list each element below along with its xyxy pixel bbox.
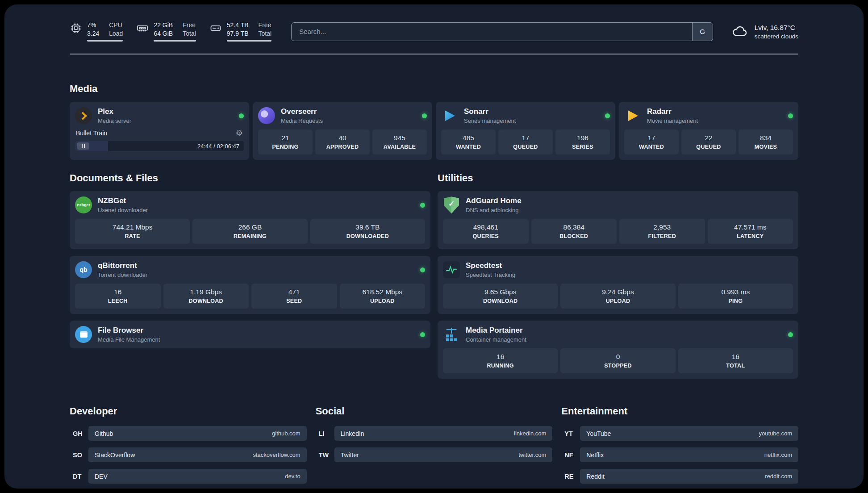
- stat-value: 0.993 ms: [721, 288, 750, 296]
- stat-value: 618.52 Mbps: [362, 288, 402, 296]
- stat-label: SEED: [286, 298, 302, 304]
- stat-label: PENDING: [272, 144, 298, 150]
- app-card-plex[interactable]: Plex Media server Bullet Train ⚙: [70, 102, 249, 160]
- weather-widget[interactable]: Lviv, 16.87°C scattered clouds: [731, 24, 798, 40]
- sonarr-icon: [441, 107, 458, 124]
- bookmark-row: RE Reddit reddit.com: [561, 469, 798, 484]
- bookmark-link-reddit[interactable]: Reddit reddit.com: [580, 469, 798, 484]
- bookmark-abbr: NF: [561, 451, 580, 459]
- app-card-adguard[interactable]: AdGuard Home DNS and adblocking 498,461 …: [438, 191, 798, 249]
- stat-value: 2,953: [653, 223, 671, 231]
- app-card-sonarr[interactable]: Sonarr Series management 485 WANTED 17 Q…: [436, 102, 615, 160]
- radarr-icon: [624, 107, 641, 124]
- ram-total-value: 64 GiB: [154, 30, 173, 37]
- stat-tile: 196 SERIES: [555, 130, 610, 155]
- app-desc: Media Requests: [281, 117, 323, 124]
- stat-label: DOWNLOAD: [189, 298, 223, 304]
- search-engine-button[interactable]: G: [692, 23, 713, 41]
- app-desc: Container management: [466, 336, 526, 343]
- app-name: File Browser: [98, 326, 160, 335]
- status-dot: [420, 203, 425, 208]
- bookmark-link-stackoverflow[interactable]: StackOverflow stackoverflow.com: [88, 447, 307, 462]
- bookmark-row: YT YouTube youtube.com: [561, 426, 798, 441]
- stat-label: FILTERED: [648, 233, 676, 239]
- disk-usage-bar: [227, 40, 271, 42]
- stat-tile: 16 LEECH: [75, 284, 161, 309]
- stat-tile: 618.52 Mbps UPLOAD: [340, 284, 426, 309]
- app-card-portainer[interactable]: Media Portainer Container management 16 …: [438, 321, 798, 379]
- bookmark-link-twitter[interactable]: Twitter twitter.com: [334, 447, 553, 462]
- app-name: Speedtest: [466, 261, 515, 270]
- weather-location: Lviv, 16.87°C: [755, 24, 798, 32]
- bookmark-link-youtube[interactable]: YouTube youtube.com: [580, 426, 798, 441]
- cpu-icon: [70, 22, 82, 36]
- stat-value: 86,384: [563, 223, 584, 231]
- app-desc: Speedtest Tracking: [466, 272, 515, 278]
- app-card-radarr[interactable]: Radarr Movie management 17 WANTED 22 QUE…: [619, 102, 798, 160]
- now-playing-title: Bullet Train: [76, 130, 107, 137]
- status-dot: [420, 267, 425, 272]
- stat-tile: 16 RUNNING: [443, 348, 558, 373]
- bookmark-abbr: SO: [70, 451, 88, 459]
- stat-value: 21: [281, 134, 289, 142]
- pause-button[interactable]: [77, 142, 89, 150]
- app-card-qbittorrent[interactable]: qb qBittorrent Torrent downloader 16 LEE…: [70, 256, 430, 314]
- gear-icon[interactable]: ⚙: [236, 129, 243, 137]
- stat-label: WANTED: [639, 144, 664, 150]
- stat-tile: 0.993 ms PING: [678, 284, 793, 309]
- cpu-load-value: 3.24: [87, 30, 99, 37]
- stat-tile: 498,461 QUERIES: [443, 219, 529, 244]
- stat-label: WANTED: [456, 144, 481, 150]
- ram-total-label: Total: [183, 30, 196, 37]
- stat-tile: 17 QUEUED: [498, 130, 553, 155]
- bookmark-link-github[interactable]: Github github.com: [88, 426, 307, 441]
- stat-value: 16: [114, 288, 121, 296]
- stat-value: 945: [394, 134, 405, 142]
- bookmark-row: DT DEV dev.to: [70, 469, 307, 484]
- section-title-media: Media: [70, 83, 798, 95]
- disk-icon: [209, 22, 222, 36]
- search-input[interactable]: [292, 23, 692, 41]
- cloud-icon: [731, 24, 749, 40]
- playback-time: 24:44 / 02:06:47: [197, 143, 244, 150]
- portainer-icon: [443, 326, 460, 343]
- stat-value: 0: [616, 353, 620, 361]
- stat-tile: 485 WANTED: [441, 130, 496, 155]
- stat-label: UPLOAD: [370, 298, 395, 304]
- stat-value: 471: [288, 288, 300, 296]
- app-card-overseerr[interactable]: Overseerr Media Requests 21 PENDING 40 A…: [253, 102, 432, 160]
- stat-value: 22: [705, 134, 712, 142]
- bookmark-abbr: RE: [561, 473, 580, 480]
- overseerr-icon: [258, 107, 275, 124]
- stat-label: LEECH: [108, 298, 128, 304]
- bookmark-link-dev[interactable]: DEV dev.to: [88, 469, 307, 484]
- dashboard-panel: 7% 3.24 CPU Load: [4, 4, 864, 489]
- app-card-speedtest[interactable]: Speedtest Speedtest Tracking 9.65 Gbps D…: [438, 256, 798, 314]
- cpu-label: CPU: [109, 21, 123, 29]
- bookmark-abbr: TW: [316, 451, 334, 459]
- cpu-usage-value: 7%: [87, 21, 99, 29]
- stat-value: 9.65 Gbps: [484, 288, 517, 296]
- stat-label: MOVIES: [755, 144, 777, 150]
- stat-tile: 834 MOVIES: [739, 130, 793, 155]
- playback-progress-bar[interactable]: 24:44 / 02:06:47: [75, 141, 244, 151]
- stat-tile: 86,384 BLOCKED: [531, 219, 617, 244]
- app-desc: Usenet downloader: [98, 207, 148, 213]
- bookmark-row: NF Netflix netflix.com: [561, 447, 798, 462]
- bookmark-link-linkedin[interactable]: LinkedIn linkedin.com: [334, 426, 553, 441]
- stat-label: STOPPED: [604, 363, 632, 369]
- plex-icon: [75, 107, 92, 124]
- section-title-documents: Documents & Files: [70, 172, 430, 184]
- app-desc: Movie management: [647, 117, 698, 124]
- app-desc: Torrent downloader: [98, 272, 147, 278]
- app-card-filebrowser[interactable]: File Browser Media File Management: [70, 321, 430, 348]
- disk-monitor: 52.4 TB 97.9 TB Free Total: [209, 21, 271, 42]
- stat-label: RUNNING: [487, 363, 513, 369]
- cpu-usage-bar: [87, 40, 123, 42]
- bookmark-abbr: DT: [70, 473, 88, 480]
- status-dot: [420, 332, 425, 337]
- stat-label: LATENCY: [737, 233, 764, 239]
- bookmark-link-netflix[interactable]: Netflix netflix.com: [580, 447, 798, 462]
- ram-icon: [136, 22, 149, 36]
- app-card-nzbget[interactable]: nzbget NZBGet Usenet downloader 744.21 M…: [70, 191, 430, 249]
